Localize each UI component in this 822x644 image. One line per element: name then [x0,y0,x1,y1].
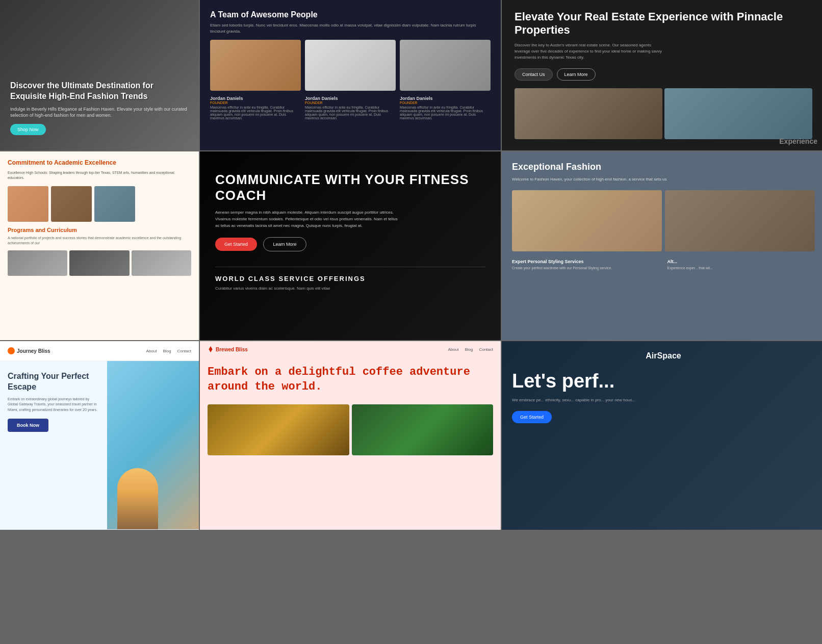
coffee-card: Brewed Bliss About Blog Contact Embark o… [200,341,501,530]
fashion2-service-2: Alt... Experience exper... that wil... [667,259,815,271]
coffee-nav: Brewed Bliss About Blog Contact [200,341,501,357]
fitness-service-title: WORLD CLASS SERVICE OFFERINGS [215,275,485,282]
team-photo-1 [210,40,301,91]
coffee-hero-text: Embark on a delightful coffee adventure … [200,357,501,399]
realestate-experience-label: Experience [779,137,817,145]
team-photo-3 [400,40,491,91]
fashion2-services: Expert Personal Styling Services Create … [512,259,815,271]
team-member-1: Jordan Daniels FOUNDER Maecenas efficitu… [210,96,301,120]
fitness-content: COMMUNICATE WITH YOUR FITNESS COACH Aene… [215,172,485,292]
coffee-title: Embark on a delightful coffee adventure … [208,365,493,394]
education-photos [8,186,191,222]
education-programs-desc: A national portfolio of projects and suc… [8,236,191,246]
travel-nav-links: About Blog Contact [146,349,192,353]
fashion-title: Discover the Ultimate Destination for Ex… [10,81,189,102]
team-photo-2 [305,40,396,91]
realestate-title: Elevate Your Real Estate Experience with… [515,10,812,37]
airspace-inner: AirSpace Let's perf... We embrace pe... … [512,351,815,423]
team-member-2: Jordan Daniels FOUNDER Maecenas efficitu… [305,96,396,120]
realestate-card: Elevate Your Real Estate Experience with… [502,0,822,150]
travel-person-silhouette [117,468,158,529]
education-title: Commitment to Academic Excellence [8,159,191,167]
travel-logo: Journey Bliss [8,347,50,354]
team-title: A Team of Awesome People [210,10,491,19]
airspace-nav: AirSpace [512,351,815,360]
airspace-getstarted-button[interactable]: Get Started [512,411,552,423]
airspace-logo: AirSpace [646,351,681,360]
team-subtitle: Etiam sed lobortis turpis. Nunc vel tinc… [210,22,491,35]
coffee-nav-contact[interactable]: Contact [479,347,493,352]
edu-photo-2 [51,186,92,222]
team-photos [210,40,491,91]
fashion2-service-1: Expert Personal Styling Services Create … [512,259,660,271]
coffee-img-1 [208,404,349,455]
team-card: A Team of Awesome People Etiam sed lobor… [200,0,501,150]
fashion2-title: Exceptional Fashion [512,162,815,172]
edu-thumb-2 [69,250,129,276]
realestate-img-1 [515,88,662,139]
coffee-img-2 [352,404,494,455]
education-programs-title: Programs and Curriculum [8,227,191,233]
education-card: Commitment to Academic Excellence Excell… [0,151,199,340]
fitness-card: COMMUNICATE WITH YOUR FITNESS COACH Aene… [200,151,501,340]
travel-card: Journey Bliss About Blog Contact Craftin… [0,341,199,530]
travel-hero-text: Crafting Your Perfect Escape Embark on e… [0,361,107,529]
coffee-nav-about[interactable]: About [448,347,459,352]
education-thumbnails [8,250,191,276]
travel-nav-blog[interactable]: Blog [163,349,171,353]
fashion-card: Discover the Ultimate Destination for Ex… [0,0,199,150]
fashion2-images [512,190,815,251]
travel-desc: Embark on extraordinary global journeys … [8,397,99,413]
team-member-3: Jordan Daniels FOUNDER Maecenas efficitu… [400,96,491,120]
travel-title: Crafting Your Perfect Escape [8,371,99,393]
fitness-learnmore-button[interactable]: Learn More [263,237,306,251]
fashion2-subtitle: Welcome to Fashion Haven, your collectio… [512,176,815,183]
edu-thumb-3 [132,250,191,276]
travel-hero-image [107,361,199,529]
fitness-service-desc: Curabitur varius viverra diam ac sceleri… [215,286,399,292]
fashion2-card: Exceptional Fashion Welcome to Fashion H… [502,151,822,340]
fashion2-service1-desc: Create your perfect wardrobe with our Pe… [512,266,660,271]
realestate-buttons: Contact Us Learn More [515,68,812,81]
realestate-images [515,88,812,139]
coffee-nav-blog[interactable]: Blog [465,347,473,352]
realestate-desc: Discover the key to Austin's vibrant rea… [515,42,667,61]
edu-photo-1 [8,186,48,222]
fitness-service-section: WORLD CLASS SERVICE OFFERINGS Curabitur … [215,267,485,292]
fashion-cta-button[interactable]: Shop Now [10,124,46,135]
travel-nav-about[interactable]: About [146,349,157,353]
realestate-img-2 [664,88,812,139]
coffee-logo: Brewed Bliss [208,346,248,352]
airspace-card: AirSpace Let's perf... We embrace pe... … [502,341,822,530]
coffee-images [200,404,501,455]
travel-booknow-button[interactable]: Book Now [8,419,48,432]
coffee-logo-icon [208,346,214,352]
edu-photo-3 [94,186,135,222]
fitness-getstarted-button[interactable]: Get Started [215,238,257,251]
fashion2-img-1 [512,190,662,251]
travel-nav: Journey Bliss About Blog Contact [0,341,199,361]
fashion-desc: Indulge in Beverly Hills Elegance at Fas… [10,106,189,119]
edu-thumb-1 [8,250,67,276]
airspace-title: Let's perf... [512,371,815,392]
fashion2-service1-title: Expert Personal Styling Services [512,259,660,264]
coffee-nav-links: About Blog Contact [448,347,494,352]
airspace-desc: We embrace pe... ethnicity, sexu... capa… [512,397,815,403]
fitness-title: COMMUNICATE WITH YOUR FITNESS COACH [215,172,485,203]
fashion2-service2-title: Alt... [667,259,815,264]
travel-logo-icon [8,347,15,354]
fashion2-img-2 [665,190,815,251]
fashion2-service2-desc: Experience exper... that wil... [667,266,815,271]
fashion-content: Discover the Ultimate Destination for Ex… [10,81,189,135]
realestate-contact-button[interactable]: Contact Us [515,68,553,81]
travel-nav-contact[interactable]: Contact [177,349,191,353]
fitness-desc: Aenean semper magna in nibh aliquam mole… [215,210,399,229]
education-subtitle: Excellence High Schools: Shaping leaders… [8,170,191,181]
airspace-hero: Let's perf... We embrace pe... ethnicity… [512,371,815,423]
realestate-learn-button[interactable]: Learn More [557,68,596,81]
travel-hero: Crafting Your Perfect Escape Embark on e… [0,361,199,529]
